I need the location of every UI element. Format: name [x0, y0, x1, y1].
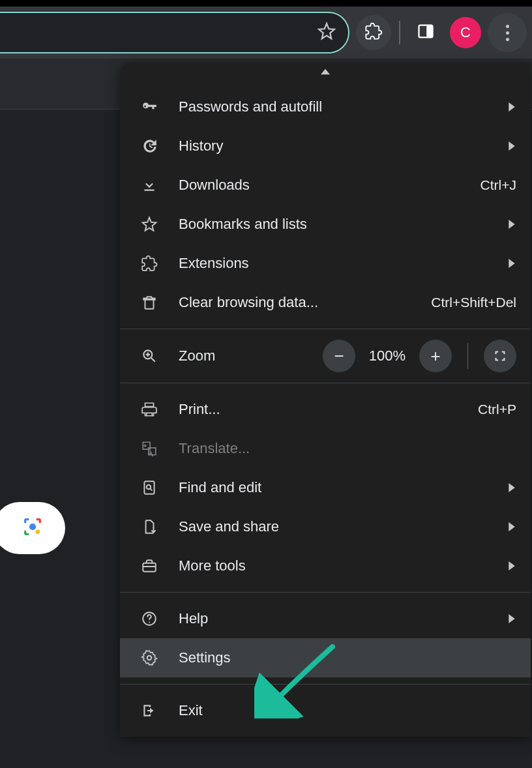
chrome-menu: Passwords and autofill History Downloads… — [120, 63, 531, 737]
menu-downloads[interactable]: Downloads Ctrl+J — [120, 166, 531, 205]
menu-bookmarks[interactable]: Bookmarks and lists — [120, 205, 531, 244]
address-bar[interactable] — [0, 12, 349, 53]
menu-save-share[interactable]: Save and share — [120, 507, 531, 546]
menu-label: Downloads — [179, 177, 461, 194]
chevron-right-icon — [507, 610, 516, 627]
google-lens-button[interactable] — [0, 502, 65, 554]
chevron-right-icon — [507, 557, 516, 574]
menu-help[interactable]: Help — [120, 599, 531, 638]
print-icon — [140, 401, 159, 418]
history-icon — [140, 138, 159, 155]
chevron-right-icon — [507, 255, 516, 272]
menu-passwords[interactable]: Passwords and autofill — [120, 87, 531, 126]
menu-label: Exit — [179, 702, 516, 719]
chevron-right-icon — [507, 518, 516, 535]
avatar-letter: C — [460, 24, 471, 41]
menu-settings[interactable]: Settings — [120, 638, 531, 677]
svg-point-9 — [147, 656, 152, 660]
menu-shortcut: Ctrl+J — [480, 177, 516, 193]
panel-icon — [417, 22, 435, 43]
gear-icon — [140, 649, 159, 666]
menu-zoom: Zoom − 100% + — [120, 329, 531, 383]
fullscreen-button[interactable] — [484, 340, 516, 372]
toolbar-divider — [399, 21, 400, 44]
menu-label: Find and edit — [179, 479, 488, 496]
key-icon — [140, 98, 159, 115]
menu-label: Settings — [179, 649, 516, 666]
download-icon — [140, 177, 159, 194]
extensions-button[interactable] — [356, 15, 391, 50]
menu-label: Help — [179, 610, 488, 627]
chevron-right-icon — [507, 138, 516, 155]
zoom-in-icon — [140, 347, 159, 364]
more-menu-button[interactable] — [488, 13, 527, 52]
menu-exit[interactable]: Exit — [120, 691, 531, 730]
menu-label: Print... — [179, 401, 458, 418]
puzzle-icon — [364, 22, 383, 43]
svg-point-2 — [36, 530, 40, 535]
menu-label: Save and share — [179, 518, 488, 535]
menu-shortcut: Ctrl+Shift+Del — [431, 295, 516, 310]
menu-find[interactable]: Find and edit — [120, 468, 531, 507]
menu-scroll-up[interactable] — [120, 63, 531, 81]
file-download-icon — [140, 518, 159, 535]
svg-rect-1 — [426, 25, 432, 38]
trash-icon — [140, 294, 159, 311]
svg-rect-7 — [143, 563, 156, 572]
help-icon — [140, 610, 159, 627]
menu-label: Passwords and autofill — [179, 98, 488, 115]
menu-label: Extensions — [179, 255, 488, 272]
find-icon — [140, 479, 159, 496]
exit-icon — [140, 702, 159, 719]
toolbox-icon — [140, 557, 159, 574]
menu-print[interactable]: Print... Ctrl+P — [120, 390, 531, 429]
lens-icon — [22, 516, 44, 540]
menu-label: More tools — [179, 557, 488, 574]
zoom-in-button[interactable]: + — [419, 340, 452, 372]
menu-clear-data[interactable]: Clear browsing data... Ctrl+Shift+Del — [120, 283, 531, 322]
zoom-out-button[interactable]: − — [323, 340, 355, 372]
menu-more-tools[interactable]: More tools — [120, 546, 531, 585]
puzzle-icon — [140, 255, 159, 272]
profile-avatar[interactable]: C — [450, 17, 481, 48]
chevron-right-icon — [507, 479, 516, 496]
menu-translate: Translate... — [120, 429, 531, 468]
chevron-right-icon — [507, 98, 516, 115]
chevron-right-icon — [507, 216, 516, 233]
menu-label: Clear browsing data... — [179, 294, 411, 311]
side-panel-button[interactable] — [408, 15, 443, 50]
translate-icon — [140, 440, 159, 457]
svg-point-3 — [29, 524, 36, 530]
menu-label: Bookmarks and lists — [179, 216, 488, 233]
zoom-value: 100% — [364, 347, 410, 364]
star-icon — [140, 216, 159, 233]
menu-shortcut: Ctrl+P — [478, 402, 516, 417]
browser-toolbar: C — [0, 7, 532, 59]
zoom-label: Zoom — [179, 347, 303, 364]
svg-rect-5 — [144, 481, 154, 494]
menu-label: Translate... — [179, 440, 516, 457]
bookmark-star-icon[interactable] — [317, 22, 336, 44]
menu-extensions[interactable]: Extensions — [120, 244, 531, 283]
more-vert-icon — [506, 25, 509, 41]
menu-label: History — [179, 138, 488, 155]
menu-history[interactable]: History — [120, 126, 531, 166]
